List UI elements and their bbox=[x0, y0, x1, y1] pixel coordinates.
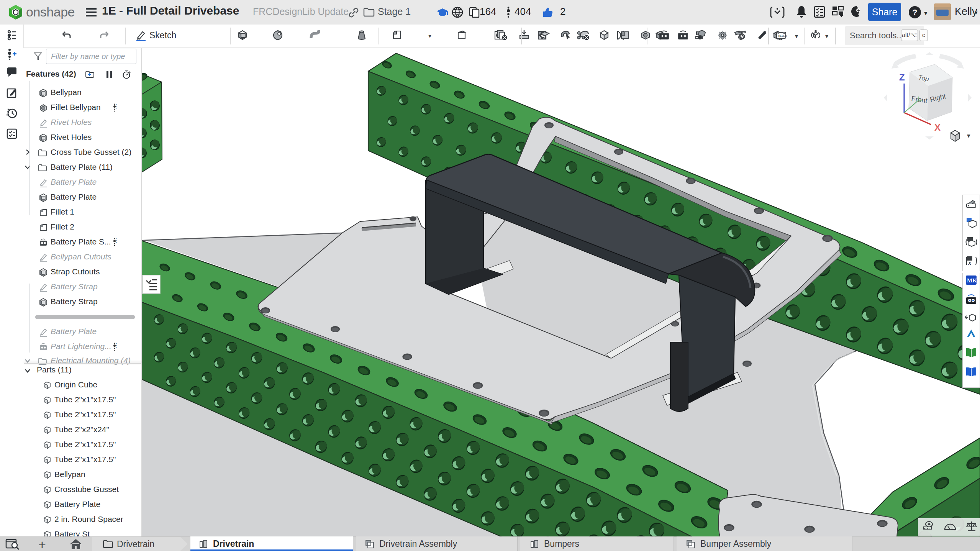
svg-text:X: X bbox=[934, 122, 941, 133]
svg-text:?: ? bbox=[912, 8, 917, 17]
svg-text:x: x bbox=[968, 259, 971, 266]
svg-text:MK: MK bbox=[967, 277, 977, 284]
svg-text:Z: Z bbox=[899, 72, 905, 82]
svg-text:HELLO: HELLO bbox=[778, 34, 787, 37]
